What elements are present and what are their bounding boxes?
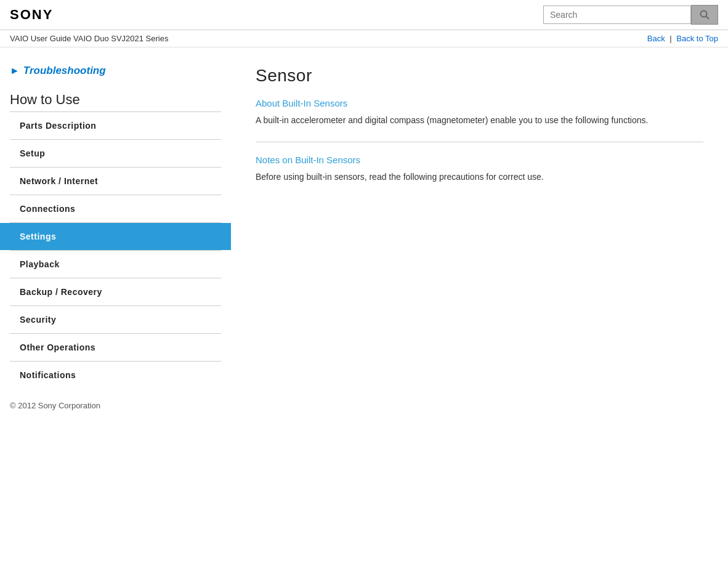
page-title: Sensor [256,66,703,86]
sidebar-item-other-operations[interactable]: Other Operations [0,334,231,361]
sidebar-item-network--internet[interactable]: Network / Internet [0,168,231,195]
search-input[interactable] [543,6,691,24]
separator: | [669,34,671,43]
back-to-top-link[interactable]: Back to Top [676,34,718,43]
back-links: Back | Back to Top [647,34,718,43]
sony-logo: SONY [10,7,53,23]
sidebar-item-backup--recovery[interactable]: Backup / Recovery [0,278,231,305]
svg-point-0 [701,11,707,17]
sidebar-item-setup[interactable]: Setup [0,140,231,167]
troubleshooting-label[interactable]: Troubleshooting [23,65,106,77]
search-area [543,5,718,25]
content-area: Sensor About Built-In SensorsA built-in … [231,47,728,435]
footer: © 2012 Sony Corporation [0,389,231,422]
sidebar-item-settings[interactable]: Settings [0,223,231,250]
content-paragraph-0: A built-in accelerometer and digital com… [256,113,703,127]
search-icon [699,9,710,20]
header: SONY [0,0,728,30]
sidebar-item-playback[interactable]: Playback [0,251,231,278]
copyright: © 2012 Sony Corporation [10,401,100,410]
sidebar-item-notifications[interactable]: Notifications [0,362,231,389]
troubleshooting-header: ► Troubleshooting [0,60,231,87]
content-link-1[interactable]: Notes on Built-In Sensors [256,155,703,165]
sidebar-item-parts-description[interactable]: Parts Description [0,112,231,139]
content-sections: About Built-In SensorsA built-in acceler… [256,98,703,184]
content-link-0[interactable]: About Built-In Sensors [256,98,703,108]
back-link[interactable]: Back [647,34,665,43]
sidebar-item-security[interactable]: Security [0,306,231,333]
sidebar-items: Parts DescriptionSetupNetwork / Internet… [0,112,231,389]
content-divider-0 [256,142,703,142]
sidebar: ► Troubleshooting How to Use Parts Descr… [0,47,231,435]
breadcrumb-bar: VAIO User Guide VAIO Duo SVJ2021 Series … [0,30,728,47]
content-paragraph-1: Before using built-in sensors, read the … [256,170,703,184]
search-button[interactable] [691,5,718,25]
svg-line-1 [706,17,710,20]
main-layout: ► Troubleshooting How to Use Parts Descr… [0,47,728,435]
troubleshooting-arrow-icon: ► [10,65,20,76]
how-to-use-heading: How to Use [0,87,231,111]
sidebar-item-connections[interactable]: Connections [0,195,231,222]
guide-title: VAIO User Guide VAIO Duo SVJ2021 Series [10,34,168,43]
